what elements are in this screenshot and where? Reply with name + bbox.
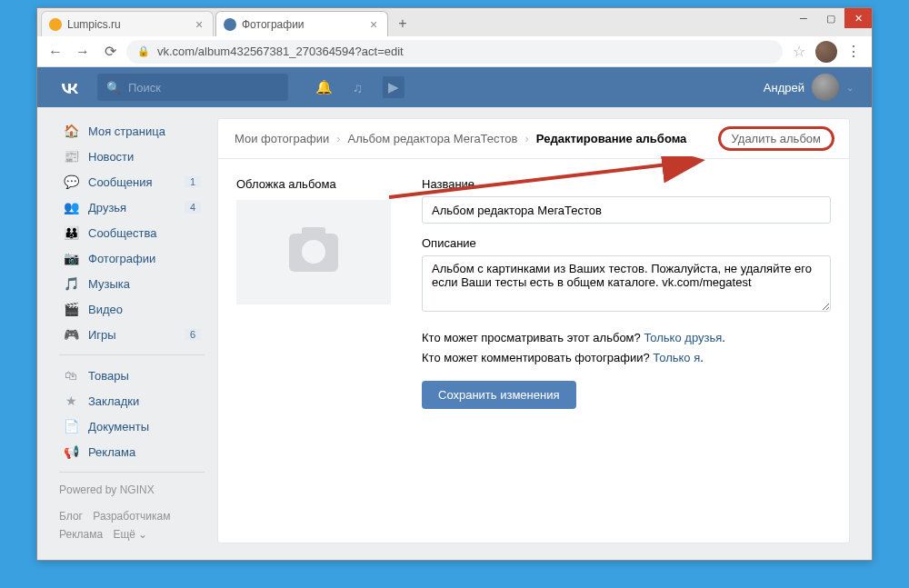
star-icon: ★ <box>63 394 79 408</box>
badge: 1 <box>185 175 201 188</box>
avatar <box>812 74 839 101</box>
doc-icon: 📄 <box>63 419 79 434</box>
badge: 4 <box>185 201 201 214</box>
name-label: Название <box>422 177 831 191</box>
sidebar-item-messages[interactable]: 💬Сообщения1 <box>59 169 205 194</box>
vk-logo[interactable] <box>59 77 86 98</box>
close-icon[interactable]: × <box>367 18 380 31</box>
breadcrumb-photos[interactable]: Мои фотографии <box>235 132 329 145</box>
footer-more[interactable]: Ещё ⌄ <box>113 528 147 541</box>
camera-icon <box>289 234 338 272</box>
name-input[interactable] <box>422 196 831 224</box>
menu-button[interactable]: ⋮ <box>843 41 864 63</box>
privacy-comment-link[interactable]: Только я <box>653 351 700 364</box>
games-icon: 🎮 <box>63 327 79 342</box>
url-text: vk.com/album432567381_270364594?act=edit <box>157 45 404 58</box>
chevron-right-icon: › <box>525 132 529 145</box>
badge: 6 <box>185 328 201 341</box>
sidebar-item-games[interactable]: 🎮Игры6 <box>59 322 205 347</box>
search-input[interactable]: 🔍 Поиск <box>97 74 288 101</box>
music-icon[interactable]: ♫ <box>353 80 363 95</box>
sidebar-item-friends[interactable]: 👥Друзья4 <box>59 194 205 220</box>
footer-ads[interactable]: Реклама <box>59 528 103 541</box>
sidebar-item-video[interactable]: 🎬Видео <box>59 296 205 322</box>
powered-by: Powered by NGINX <box>59 483 205 496</box>
favicon-icon <box>49 18 62 31</box>
titlebar: Lumpics.ru × Фотографии × + ─ ▢ ✕ <box>37 8 872 36</box>
tab-title: Lumpics.ru <box>67 18 193 31</box>
sidebar-item-music[interactable]: 🎵Музыка <box>59 271 205 296</box>
vk-header: 🔍 Поиск 🔔 ♫ ▶ Андрей ⌄ <box>37 67 872 107</box>
breadcrumb-album[interactable]: Альбом редактора МегаТестов <box>348 132 518 145</box>
sidebar-label: Закладки <box>88 394 139 408</box>
desc-label: Описание <box>422 236 831 250</box>
sidebar-item-bookmarks[interactable]: ★Закладки <box>59 388 205 414</box>
separator <box>59 472 205 473</box>
friends-icon: 👥 <box>63 200 79 214</box>
notifications-icon[interactable]: 🔔 <box>315 79 333 95</box>
sidebar-item-news[interactable]: 📰Новости <box>59 144 205 169</box>
close-button[interactable]: ✕ <box>844 8 872 28</box>
favicon-icon <box>224 18 236 31</box>
sidebar-label: Музыка <box>88 277 130 291</box>
delete-album-button[interactable]: Удалить альбом <box>718 126 834 151</box>
breadcrumb: Мои фотографии › Альбом редактора МегаТе… <box>218 119 849 159</box>
sidebar-item-ads[interactable]: 📢Реклама <box>59 439 205 464</box>
browser-tab[interactable]: Lumpics.ru × <box>41 11 214 36</box>
album-cover[interactable] <box>236 200 391 304</box>
close-icon[interactable]: × <box>193 18 205 31</box>
privacy-comment-question: Кто может комментировать фотографии? <box>422 351 653 364</box>
sidebar-label: Моя страница <box>88 125 165 138</box>
bag-icon: 🛍 <box>63 368 79 383</box>
lock-icon: 🔒 <box>137 45 150 57</box>
groups-icon: 👪 <box>63 225 79 240</box>
back-button[interactable]: ← <box>45 41 66 63</box>
sidebar-item-groups[interactable]: 👪Сообщества <box>59 220 205 245</box>
sidebar-item-market[interactable]: 🛍Товары <box>59 363 205 388</box>
star-icon[interactable]: ☆ <box>788 41 810 63</box>
ads-icon: 📢 <box>63 444 79 459</box>
home-icon: 🏠 <box>63 124 79 138</box>
video-icon: 🎬 <box>63 302 79 316</box>
reload-button[interactable]: ⟳ <box>99 41 121 63</box>
maximize-button[interactable]: ▢ <box>817 8 844 28</box>
sidebar-label: Реклама <box>88 445 135 459</box>
minimize-button[interactable]: ─ <box>790 8 817 28</box>
message-icon: 💬 <box>63 174 79 189</box>
cover-label: Обложка альбома <box>236 177 400 191</box>
username: Андрей <box>764 81 804 95</box>
play-icon[interactable]: ▶ <box>383 76 405 98</box>
sidebar-label: Товары <box>88 369 129 383</box>
sidebar-label: Сообщения <box>88 175 153 189</box>
news-icon: 📰 <box>63 149 79 164</box>
new-tab-button[interactable]: + <box>390 11 415 36</box>
profile-avatar[interactable] <box>815 41 837 63</box>
privacy-view-link[interactable]: Только друзья <box>644 331 722 344</box>
sidebar-label: Новости <box>88 150 134 164</box>
forward-button[interactable]: → <box>72 41 94 63</box>
main-panel: Мои фотографии › Альбом редактора МегаТе… <box>217 118 850 543</box>
sidebar-label: Видео <box>88 303 123 316</box>
sidebar-label: Друзья <box>88 201 126 214</box>
addressbar: ← → ⟳ 🔒 vk.com/album432567381_270364594?… <box>37 36 872 67</box>
separator <box>59 354 205 355</box>
footer-blog[interactable]: Блог <box>59 510 83 523</box>
privacy-view-question: Кто может просматривать этот альбом? <box>422 331 644 344</box>
breadcrumb-current: Редактирование альбома <box>536 132 687 145</box>
footer-devs[interactable]: Разработчикам <box>93 510 170 523</box>
sidebar-item-photos[interactable]: 📷Фотографии <box>59 245 205 271</box>
desc-textarea[interactable] <box>422 255 831 312</box>
sidebar: 🏠Моя страница 📰Новости 💬Сообщения1 👥Друз… <box>59 118 205 543</box>
url-field[interactable]: 🔒 vk.com/album432567381_270364594?act=ed… <box>126 40 783 64</box>
sidebar-item-mypage[interactable]: 🏠Моя страница <box>59 118 205 144</box>
user-menu[interactable]: Андрей ⌄ <box>764 74 872 101</box>
chevron-right-icon: › <box>336 132 340 145</box>
search-icon: 🔍 <box>106 81 121 95</box>
save-button[interactable]: Сохранить изменения <box>422 381 576 409</box>
sidebar-item-docs[interactable]: 📄Документы <box>59 414 205 439</box>
browser-tab[interactable]: Фотографии × <box>215 11 388 36</box>
chevron-down-icon: ⌄ <box>846 83 854 93</box>
sidebar-label: Фотографии <box>88 252 155 265</box>
tab-title: Фотографии <box>242 18 367 31</box>
sidebar-label: Игры <box>88 328 116 342</box>
